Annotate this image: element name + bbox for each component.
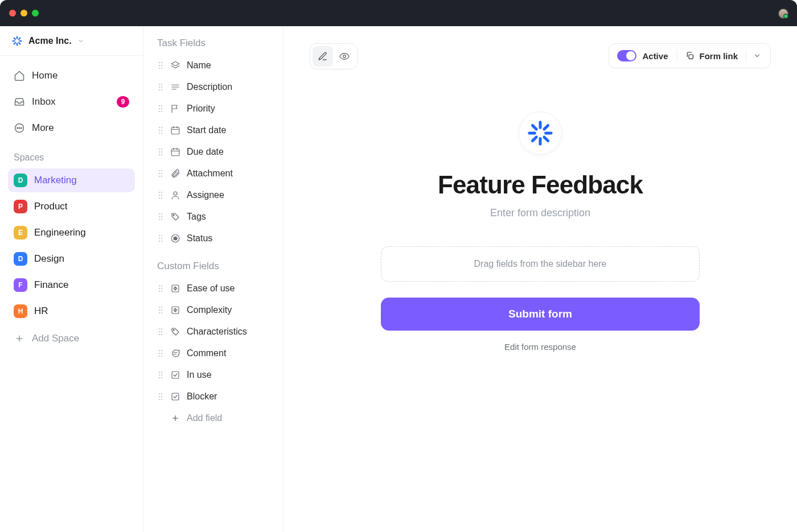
drag-handle-icon[interactable] [157, 234, 164, 242]
space-item-product[interactable]: PProduct [8, 195, 135, 218]
svg-point-76 [161, 235, 162, 236]
form-more-menu-button[interactable] [749, 47, 766, 64]
window-close-button[interactable] [9, 10, 16, 17]
field-name-label: Status [187, 233, 212, 244]
form-field-dropzone[interactable]: Drag fields from the sidebar here [381, 246, 700, 282]
custom-field-ease-of-use[interactable]: Ease of use [154, 278, 277, 299]
user-avatar[interactable] [778, 8, 789, 19]
drag-handle-icon[interactable] [157, 148, 164, 156]
space-name-label: Design [34, 253, 64, 265]
svg-point-68 [159, 213, 160, 215]
check-icon [170, 391, 181, 402]
svg-point-39 [159, 133, 160, 134]
task-field-status[interactable]: Status [154, 228, 277, 249]
space-item-engineering[interactable]: EEngineering [8, 221, 135, 245]
task-field-due-date[interactable]: Due date [154, 141, 277, 163]
submit-form-button[interactable]: Submit form [381, 298, 700, 331]
space-item-finance[interactable]: FFinance [8, 273, 135, 297]
comment-icon [170, 348, 181, 359]
form-description-placeholder[interactable]: Enter form description [490, 207, 590, 219]
svg-point-100 [161, 331, 162, 332]
calendar-icon [170, 146, 181, 158]
task-field-tags[interactable]: Tags [154, 206, 277, 228]
svg-point-34 [161, 111, 162, 112]
svg-point-20 [159, 84, 160, 85]
task-field-attachment[interactable]: Attachment [154, 163, 277, 184]
tag-icon [170, 326, 181, 337]
svg-point-67 [174, 192, 177, 195]
space-item-hr[interactable]: HHR [8, 299, 135, 323]
window-maximize-button[interactable] [32, 10, 39, 17]
task-field-description[interactable]: Description [154, 76, 277, 98]
drag-handle-icon[interactable] [157, 105, 164, 113]
nav-inbox[interactable]: Inbox 9 [8, 90, 135, 114]
svg-point-92 [159, 310, 160, 311]
svg-point-93 [161, 310, 162, 311]
edit-form-response-link[interactable]: Edit form response [504, 342, 576, 352]
svg-point-119 [159, 393, 160, 394]
form-logo[interactable] [519, 112, 562, 155]
workspace-switcher[interactable]: Acme Inc. [0, 26, 143, 56]
custom-field-complexity[interactable]: Complexity [154, 299, 277, 321]
svg-point-40 [161, 133, 162, 134]
svg-line-135 [544, 137, 548, 141]
drag-handle-icon[interactable] [157, 284, 164, 292]
space-color-badge: F [14, 278, 27, 292]
svg-point-35 [159, 127, 160, 128]
edit-mode-button[interactable] [313, 46, 333, 67]
space-color-badge: D [14, 252, 27, 266]
svg-point-21 [161, 84, 162, 85]
drag-handle-icon[interactable] [157, 61, 164, 69]
form-title[interactable]: Feature Feedback [438, 171, 643, 199]
custom-field-characteristics[interactable]: Characteristics [154, 321, 277, 343]
drag-handle-icon[interactable] [157, 306, 164, 314]
form-link-button[interactable]: Form link [680, 51, 743, 61]
svg-rect-41 [171, 127, 179, 134]
drag-handle-icon[interactable] [157, 349, 164, 357]
add-space-button[interactable]: Add Space [8, 327, 135, 350]
svg-point-90 [159, 307, 160, 308]
add-field-button[interactable]: ⋮⋮ Add field [154, 407, 277, 429]
add-field-label: Add field [187, 413, 222, 423]
custom-field-blocker[interactable]: Blocker [154, 386, 277, 407]
drag-handle-icon[interactable] [157, 126, 164, 134]
svg-point-10 [19, 127, 20, 129]
nav-home[interactable]: Home [8, 64, 135, 88]
layers-icon [170, 60, 181, 71]
space-color-badge: E [14, 226, 27, 240]
drag-handle-icon[interactable] [157, 83, 164, 91]
drag-handle-icon[interactable] [157, 371, 164, 379]
svg-point-18 [159, 68, 160, 69]
svg-point-103 [173, 329, 174, 331]
svg-point-17 [161, 65, 162, 66]
space-item-marketing[interactable]: DMarketing [8, 168, 135, 192]
task-field-priority[interactable]: Priority [154, 98, 277, 119]
workspace-logo-icon [11, 35, 23, 47]
drag-handle-icon[interactable] [157, 393, 164, 401]
drag-handle-icon[interactable] [157, 328, 164, 336]
active-toggle[interactable] [617, 50, 636, 61]
window-minimize-button[interactable] [20, 10, 27, 17]
task-field-start-date[interactable]: Start date [154, 119, 277, 141]
space-name-label: HR [34, 306, 48, 317]
space-item-design[interactable]: DDesign [8, 247, 135, 271]
custom-field-in-use[interactable]: In use [154, 364, 277, 386]
svg-point-114 [159, 374, 160, 376]
svg-point-102 [161, 334, 162, 335]
svg-point-22 [159, 86, 160, 88]
paperclip-icon [170, 168, 181, 179]
copy-icon [685, 51, 695, 60]
svg-point-74 [173, 215, 174, 216]
drag-handle-icon[interactable] [157, 170, 164, 178]
drag-handle-icon[interactable] [157, 213, 164, 221]
diamond-icon [170, 283, 181, 294]
preview-mode-button[interactable] [334, 46, 355, 67]
task-field-name[interactable]: Name [154, 55, 277, 76]
fields-sidebar: Task Fields Name Description Priority St… [143, 26, 284, 532]
svg-point-112 [159, 372, 160, 373]
custom-field-comment[interactable]: Comment [154, 343, 277, 364]
svg-point-50 [161, 154, 162, 155]
nav-more[interactable]: More [8, 116, 135, 140]
drag-handle-icon[interactable] [157, 191, 164, 199]
task-field-assignee[interactable]: Assignee [154, 184, 277, 206]
